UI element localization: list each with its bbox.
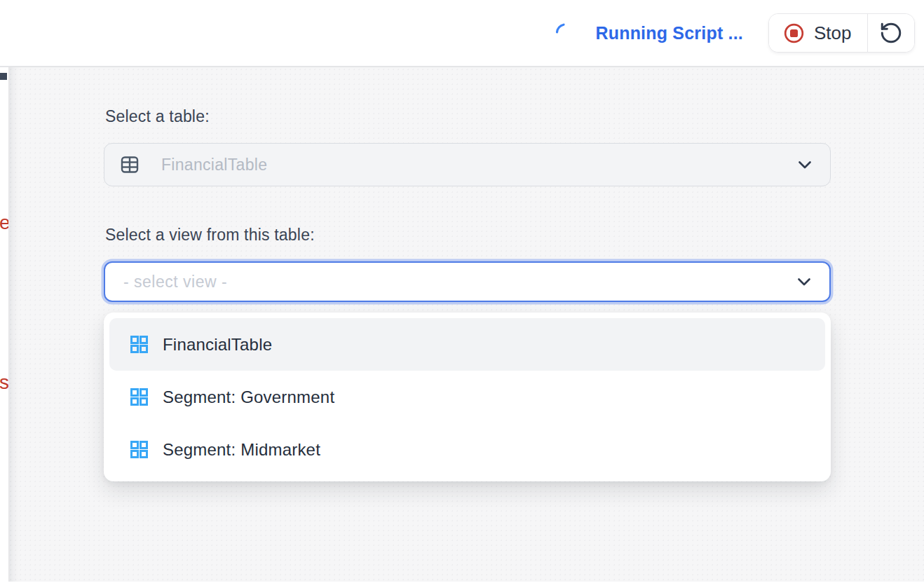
header-bar: Running Script ... Stop	[0, 0, 924, 67]
header-button-group: Stop	[768, 13, 915, 53]
menu-item-segment-government[interactable]: Segment: Government	[109, 371, 825, 423]
table-view-form: Select a table: FinancialTable	[104, 67, 831, 481]
clipped-error-text-fragment: e	[0, 213, 8, 233]
table-icon	[120, 155, 140, 174]
menu-item-label: FinancialTable	[163, 335, 272, 355]
left-clipped-panel: e s.	[0, 67, 8, 582]
view-select-label: Select a view from this table:	[105, 226, 831, 245]
grid-icon	[130, 440, 149, 459]
clipped-error-text-fragment: s.	[0, 373, 8, 392]
grid-icon	[130, 335, 149, 354]
menu-item-label: Segment: Midmarket	[163, 440, 320, 460]
grid-icon	[130, 387, 149, 406]
stop-icon	[783, 22, 805, 44]
view-select-dropdown-menu: FinancialTable Segment: Government	[104, 313, 831, 481]
table-select[interactable]: FinancialTable	[104, 143, 831, 186]
menu-item-label: Segment: Government	[163, 387, 334, 407]
clipped-dark-element	[0, 73, 7, 80]
menu-item-financialtable[interactable]: FinancialTable	[109, 318, 825, 371]
chevron-down-icon	[798, 160, 812, 170]
menu-item-segment-midmarket[interactable]: Segment: Midmarket	[109, 423, 825, 476]
loading-spinner-icon	[555, 22, 576, 43]
content-region: e s. Select a table: FinancialTable	[0, 67, 924, 582]
running-script-status: Running Script ...	[595, 23, 743, 43]
rotate-ccw-icon	[879, 21, 903, 45]
view-select-placeholder: - select view -	[123, 273, 227, 292]
stop-button-label: Stop	[814, 22, 852, 44]
reset-button[interactable]	[868, 14, 914, 52]
chevron-down-icon	[797, 277, 811, 287]
table-select-label: Select a table:	[105, 107, 831, 126]
table-select-value: FinancialTable	[161, 156, 267, 174]
stop-button[interactable]: Stop	[769, 14, 867, 52]
main-panel: Select a table: FinancialTable	[8, 67, 924, 582]
view-select[interactable]: - select view -	[104, 261, 831, 302]
